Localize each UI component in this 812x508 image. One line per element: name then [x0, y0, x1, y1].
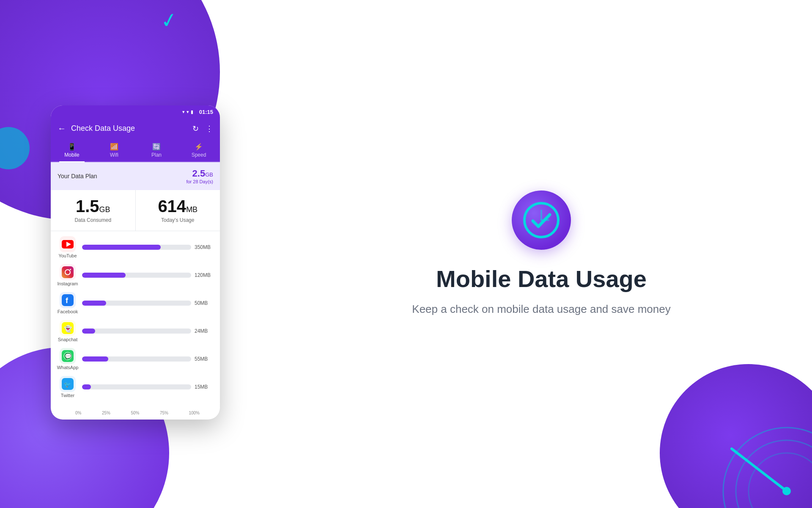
plan-tab-label: Plan — [151, 152, 162, 158]
header-actions: ↻ ⋮ — [192, 124, 213, 133]
snapchat-bar-fill — [82, 329, 95, 334]
data-plan-section: Your Data Plan 2.5GB for 28 Day(s) — [51, 162, 220, 190]
app-logo — [512, 190, 571, 250]
wifi-tab-label: Wifi — [110, 152, 118, 158]
back-button[interactable]: ← — [58, 124, 66, 133]
facebook-icon-col: f Facebook — [58, 292, 78, 314]
data-plan-days: for 28 Day(s) — [186, 179, 213, 184]
plan-tab-icon: 🔄 — [152, 143, 161, 151]
stats-row: 1.5GB Data Consumed 614MB Today's Usage — [51, 190, 220, 231]
youtube-usage: 350MB — [195, 244, 213, 250]
cellular-icon: ▾ — [187, 109, 189, 115]
twitter-icon-col: 🐦 Twitter — [58, 376, 78, 398]
svg-text:f: f — [66, 296, 69, 305]
whatsapp-bar-fill — [82, 356, 108, 362]
speed-tab-icon: ⚡ — [195, 143, 203, 151]
whatsapp-icon: 💬 — [60, 348, 76, 364]
mobile-tab-label: Mobile — [64, 152, 79, 158]
status-time: 01:15 — [199, 109, 213, 115]
svg-point-4 — [70, 269, 71, 270]
logo-svg — [522, 201, 560, 239]
list-item: YouTube 350MB — [58, 236, 213, 258]
wifi-signal-icon: ▾ — [182, 109, 185, 115]
instagram-label: Instagram — [58, 281, 78, 286]
data-plan-value: 2.5GB for 28 Day(s) — [186, 168, 213, 184]
facebook-bar-fill — [82, 301, 106, 306]
whatsapp-label: WhatsApp — [57, 365, 79, 370]
stat-consumed-label: Data Consumed — [58, 217, 129, 223]
wifi-tab-icon: 📶 — [110, 143, 118, 151]
facebook-bar-track — [82, 301, 191, 306]
instagram-usage: 120MB — [195, 272, 213, 278]
instagram-icon — [60, 264, 76, 280]
facebook-icon: f — [60, 292, 76, 308]
x-axis-100: 100% — [189, 411, 200, 415]
right-panel: Mobile Data Usage Keep a check on mobile… — [271, 0, 812, 508]
youtube-label: YouTube — [58, 253, 77, 258]
svg-rect-2 — [62, 266, 74, 278]
app-title: Check Data Usage — [71, 124, 187, 133]
more-button[interactable]: ⋮ — [206, 124, 213, 133]
youtube-bar-col: 350MB — [82, 244, 213, 250]
main-title: Mobile Data Usage — [436, 265, 647, 293]
youtube-icon — [60, 236, 76, 252]
list-item: 🐦 Twitter 15MB — [58, 376, 213, 398]
main-subtitle: Keep a check on mobile data usage and sa… — [412, 301, 670, 318]
data-plan-label: Your Data Plan — [58, 173, 97, 179]
x-axis-labels: 0% 25% 50% 75% 100% — [51, 411, 220, 420]
twitter-icon: 🐦 — [60, 376, 76, 392]
twitter-bar-col: 15MB — [82, 384, 213, 390]
svg-text:🐦: 🐦 — [64, 381, 71, 388]
svg-text:💬: 💬 — [65, 353, 72, 360]
x-axis-50: 50% — [131, 411, 139, 415]
speed-tab-label: Speed — [192, 152, 206, 158]
youtube-bar-track — [82, 245, 191, 250]
stat-consumed: 1.5GB Data Consumed — [51, 190, 136, 231]
svg-text:👻: 👻 — [64, 325, 72, 333]
app-header: ← Check Data Usage ↻ ⋮ — [51, 119, 220, 138]
list-item: f Facebook 50MB — [58, 292, 213, 314]
tab-plan[interactable]: 🔄 Plan — [135, 138, 178, 161]
list-item: 💬 WhatsApp 55MB — [58, 348, 213, 370]
whatsapp-icon-col: 💬 WhatsApp — [58, 348, 78, 370]
left-panel: ▾ ▾ ▮ 01:15 ← Check Data Usage ↻ ⋮ 📱 Mob… — [0, 0, 271, 508]
stat-today: 614MB Today's Usage — [136, 190, 220, 231]
snapchat-usage: 24MB — [195, 328, 213, 334]
twitter-label: Twitter — [61, 393, 74, 398]
whatsapp-bar-track — [82, 356, 191, 362]
facebook-label: Facebook — [58, 309, 78, 314]
snapchat-icon-col: 👻 Snapchat — [58, 320, 78, 342]
facebook-bar-col: 50MB — [82, 300, 213, 306]
instagram-bar-col: 120MB — [82, 272, 213, 278]
stat-today-value: 614MB — [143, 198, 214, 215]
snapchat-icon: 👻 — [60, 320, 76, 336]
instagram-bar-track — [82, 273, 191, 278]
whatsapp-bar-col: 55MB — [82, 356, 213, 362]
stat-today-label: Today's Usage — [143, 217, 214, 223]
youtube-bar-fill — [82, 245, 161, 250]
battery-icon: ▮ — [191, 109, 193, 115]
status-bar: ▾ ▾ ▮ 01:15 — [51, 105, 220, 119]
twitter-bar-fill — [82, 384, 91, 389]
tab-speed[interactable]: ⚡ Speed — [178, 138, 220, 161]
app-usage-list: YouTube 350MB Instagra — [51, 231, 220, 411]
refresh-button[interactable]: ↻ — [192, 124, 199, 133]
snapchat-bar-col: 24MB — [82, 328, 213, 334]
instagram-bar-fill — [82, 273, 126, 278]
facebook-usage: 50MB — [195, 300, 213, 306]
twitter-usage: 15MB — [195, 384, 213, 390]
tab-mobile[interactable]: 📱 Mobile — [51, 138, 93, 161]
list-item: 👻 Snapchat 24MB — [58, 320, 213, 342]
youtube-icon-col: YouTube — [58, 236, 78, 258]
status-icons: ▾ ▾ ▮ — [182, 109, 193, 115]
snapchat-label: Snapchat — [58, 337, 77, 342]
x-axis-0: 0% — [75, 411, 81, 415]
phone-mockup: ▾ ▾ ▮ 01:15 ← Check Data Usage ↻ ⋮ 📱 Mob… — [51, 105, 220, 420]
stat-consumed-value: 1.5GB — [58, 198, 129, 215]
data-plan-gb: 2.5GB — [186, 168, 213, 179]
tab-wifi[interactable]: 📶 Wifi — [93, 138, 135, 161]
list-item: Instagram 120MB — [58, 264, 213, 286]
x-axis-25: 25% — [102, 411, 110, 415]
mobile-tab-icon: 📱 — [68, 143, 76, 151]
instagram-icon-col: Instagram — [58, 264, 78, 286]
